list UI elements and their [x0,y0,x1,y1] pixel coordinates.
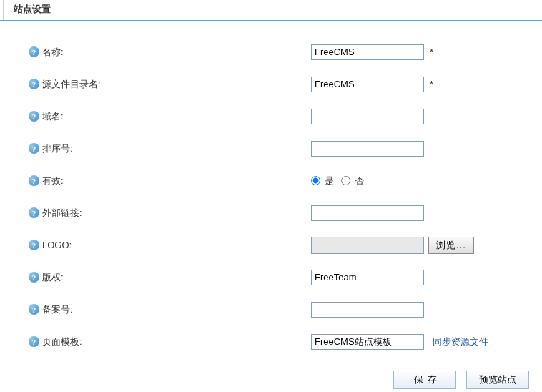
tab-bar: 站点设置 [0,0,542,21]
row-sort: ? 排序号: [29,132,542,165]
input-template[interactable] [311,334,424,350]
input-extlink[interactable] [311,205,424,221]
row-logo: ? LOGO: 浏览... [29,229,542,261]
radio-label-no: 否 [355,175,364,187]
row-valid: ? 有效: 是 否 [29,165,542,197]
row-extlink: ? 外部链接: [29,197,542,229]
input-record[interactable] [311,302,424,318]
help-icon[interactable]: ? [29,304,39,315]
help-icon[interactable]: ? [29,111,39,122]
browse-button[interactable]: 浏览... [428,237,474,254]
help-icon[interactable]: ? [29,46,39,57]
input-name[interactable] [311,44,424,60]
form-area: ? 名称: * ? 源文件目录名: * ? 域名: ? 排序号: [0,21,542,365]
label-name: 名称: [42,46,64,59]
input-domain[interactable] [311,109,424,124]
label-template: 页面模板: [42,335,82,348]
help-icon[interactable]: ? [29,240,39,250]
label-domain: 域名: [42,110,64,123]
radio-label-yes: 是 [325,175,334,187]
help-icon[interactable]: ? [29,175,39,186]
radio-valid-yes[interactable] [311,176,320,185]
help-icon[interactable]: ? [29,79,39,89]
input-copyright[interactable] [311,270,424,285]
radio-valid-no[interactable] [341,176,350,185]
row-copyright: ? 版权: [29,261,542,293]
row-name: ? 名称: * [29,36,542,68]
label-logo: LOGO: [42,240,72,250]
preview-button[interactable]: 预览站点 [466,371,529,389]
row-domain: ? 域名: [29,100,542,132]
row-template: ? 页面模板: 同步资源文件 [29,325,542,358]
row-record: ? 备案号: [29,293,542,325]
label-valid: 有效: [42,175,64,187]
label-sort: 排序号: [42,142,73,155]
input-logo[interactable] [311,237,424,254]
label-copyright: 版权: [42,271,64,284]
sync-resources-link[interactable]: 同步资源文件 [433,335,488,348]
label-extlink: 外部链接: [42,207,82,220]
label-srcdir: 源文件目录名: [42,78,101,91]
help-icon[interactable]: ? [29,336,39,347]
tab-site-settings[interactable]: 站点设置 [3,0,61,20]
help-icon[interactable]: ? [29,207,39,218]
help-icon[interactable]: ? [29,143,39,154]
label-record: 备案号: [42,303,73,316]
help-icon[interactable]: ? [29,272,39,283]
row-srcdir: ? 源文件目录名: * [29,68,542,100]
input-sort[interactable] [311,141,424,157]
save-button[interactable]: 保存 [393,371,456,389]
required-mark: * [430,46,433,57]
button-row: 保存 预览站点 [0,365,542,392]
required-mark: * [430,79,433,89]
input-srcdir[interactable] [311,77,424,92]
